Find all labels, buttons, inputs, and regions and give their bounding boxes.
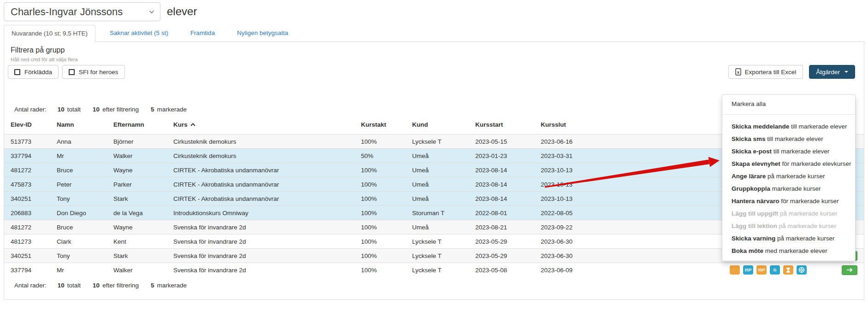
cell-efternamn: Stark [107,249,167,263]
chevron-down-icon [149,10,154,14]
column-header-efternamn[interactable]: Efternamn [107,118,167,135]
filter-group-button-1[interactable]: Förklädda [8,65,59,79]
filtered-label: efter filtrering [102,106,139,113]
excel-file-icon: x [735,68,741,76]
row-counts-label: Antal rader: [14,106,47,113]
row-counts-bottom: Antal rader:10totalt10efter filtrering5m… [14,282,187,289]
column-header-kurs[interactable]: Kurs [167,118,354,135]
menu-item-1[interactable]: Markera alla [722,98,855,110]
cell-elev-id: 481273 [4,234,50,249]
cell-kursslut: 2023-06-16 [534,135,723,149]
cell-namn: Bruce [50,163,107,177]
page-title: elever [167,5,197,18]
actions-button-label: Åtgärder [816,69,840,76]
cell-kursstart: 2023-05-08 [469,263,534,277]
tab-bar: Nuvarande (10 st; 9,5 HTE)Saknar aktivit… [4,26,864,42]
row-counts-label: Antal rader: [14,282,47,289]
hourglass-badge[interactable] [783,265,793,275]
menu-item-11[interactable]: Skicka varning på markerade kurser [722,232,855,245]
student-group-select-value: Charles-Ingvar Jönssons [11,6,149,18]
column-header-elev-id[interactable]: Elev-ID [4,118,50,135]
cell-elev-id: 337794 [4,149,50,163]
menu-item-5[interactable]: Skapa elevnyhet för markerade elevkurser [722,158,855,170]
cell-kursslut: 2023-06-09 [534,263,723,277]
hourglass-icon [785,267,791,273]
cell-kurstakt: 50% [354,149,406,163]
row-actions-cell [825,263,864,277]
tab-4[interactable]: Nyligen betygsatta [229,24,296,41]
menu-item-7[interactable]: Gruppkoppla markerade kurser [722,182,855,195]
cell-kursstart: 2023-08-21 [469,220,534,234]
cell-elev-id: 340251 [4,192,50,206]
cell-namn: Tony [50,249,107,263]
cell-namn: Mr [50,149,107,163]
cell-kund: Lycksele T [406,135,469,149]
cell-kursslut: 2023-10-13 [534,177,723,192]
cell-efternamn: Björner [107,135,167,149]
actions-button[interactable]: Åtgärder [809,65,855,79]
cell-kursslut: 2023-03-31 [534,149,723,163]
filter-group-label: Förklädda [24,69,52,76]
cell-kund: Umeå [406,220,469,234]
menu-item-3[interactable]: Skicka sms till markerade elever [722,133,855,145]
cell-kund: Umeå [406,192,469,206]
cell-kursstart: 2023-08-14 [469,177,534,192]
column-header-kursslut[interactable]: Kursslut [534,118,723,135]
cell-kursslut: 2022-08-05 [534,206,723,220]
cell-kurs: Svenska för invandrare 2d [167,249,354,263]
total-count: 10 [58,282,65,289]
arrow-right-icon [846,268,853,272]
menu-item-2[interactable]: Skicka meddelande till markerade elever [722,120,855,133]
column-header-kursstart[interactable]: Kursstart [469,118,534,135]
table-row[interactable]: 337794MrWalkerSvenska för invandrare 2d1… [4,263,864,277]
blank-badge[interactable] [730,265,740,275]
tab-2[interactable]: Saknar aktivitet (5 st) [102,24,176,41]
column-header-kurstakt[interactable]: Kurstakt [354,118,406,135]
open-row-button[interactable] [842,265,857,275]
isp-badge[interactable]: ISP [743,265,753,275]
cell-efternamn: Walker [107,149,167,163]
cell-kund: Lycksele T [406,234,469,249]
cell-elev-id: 337794 [4,263,50,277]
cell-namn: Tony [50,192,107,206]
menu-item-6[interactable]: Ange lärare på markerade kurser [722,170,855,182]
total-label: totalt [67,106,81,113]
menu-item-4[interactable]: Skicka e-post till markerade elever [722,145,855,158]
filter-group-button-2[interactable]: SFI for heroes [62,65,125,79]
cell-kurs: CIRTEK - Akrobatiska undanmanövrar [167,192,354,206]
cell-kursstart: 2023-08-14 [469,192,534,206]
cell-kurstakt: 100% [354,263,406,277]
cell-elev-id: 481272 [4,220,50,234]
cell-kursstart: 2023-08-14 [469,163,534,177]
filtered-count: 10 [93,282,100,289]
cell-kursstart: 2023-05-29 [469,249,534,263]
menu-item-12[interactable]: Boka möte med markerade elever [722,245,855,257]
cell-efternamn: Kent [107,234,167,249]
cell-elev-id: 340251 [4,249,50,263]
selected-label: markerade [157,106,187,113]
g-badge[interactable]: G [770,265,780,275]
filtered-count: 10 [93,106,100,113]
isp-badge[interactable]: ISP [756,265,767,275]
cell-kurs: CIRTEK - Akrobatiska undanmanövrar [167,177,354,192]
column-header-namn[interactable]: Namn [50,118,107,135]
cell-kurstakt: 100% [354,234,406,249]
export-excel-button[interactable]: x Exportera till Excel [728,65,803,79]
cell-namn: Anna [50,135,107,149]
cell-kurstakt: 100% [354,220,406,234]
menu-item-8[interactable]: Hantera närvaro för markerade kurser [722,195,855,207]
cell-namn: Bruce [50,220,107,234]
cell-namn: Mr [50,263,107,277]
tab-1[interactable]: Nuvarande (10 st; 9,5 HTE) [4,25,95,42]
filtered-label: efter filtrering [102,282,139,289]
globe-badge[interactable] [797,265,807,275]
status-badges: ISPISPG [730,265,818,275]
menu-item-10: Lägg till lektion på markerade kurser [722,220,855,232]
student-group-select[interactable]: Charles-Ingvar Jönssons [4,2,160,21]
cell-efternamn: Wayne [107,163,167,177]
cell-kurstakt: 100% [354,192,406,206]
status-badges-cell: ISPISPG [723,263,825,277]
menu-divider [722,114,855,115]
column-header-kund[interactable]: Kund [406,118,469,135]
tab-3[interactable]: Framtida [183,24,223,41]
